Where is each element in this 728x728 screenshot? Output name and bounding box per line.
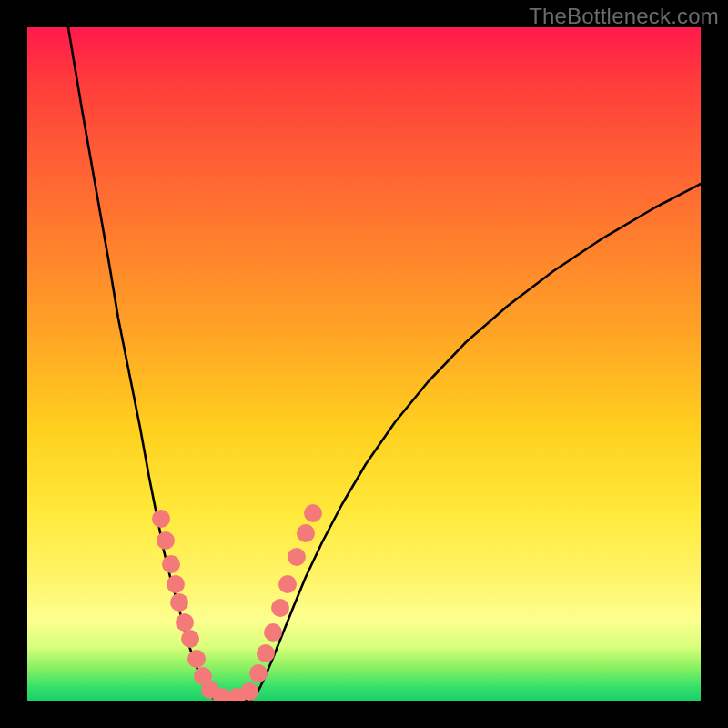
scatter-dot [162,555,180,573]
scatter-dot [157,531,175,550]
scatter-dot [257,644,275,662]
scatter-dot [264,623,282,642]
scatter-dot [187,650,206,668]
scatter-dot [297,524,315,542]
plot-area [27,27,701,701]
scatter-dot [288,548,306,566]
chart-frame: TheBottleneck.com [0,0,728,728]
scatter-dot [176,613,194,632]
watermark-label: TheBottleneck.com [529,4,719,29]
scatter-dot [249,664,268,682]
scatter-dot [240,682,258,701]
scatter-dot [278,575,297,593]
scatter-dot [170,593,188,612]
scatter-dot [181,630,199,648]
scatter-dot [152,510,170,528]
scatter-markers [152,504,322,701]
scatter-dot [271,599,289,617]
curve-path-group [68,27,701,701]
scatter-dot [304,504,322,522]
curve-svg [27,27,701,701]
bottleneck-curve [68,27,701,701]
scatter-dot [167,575,185,593]
